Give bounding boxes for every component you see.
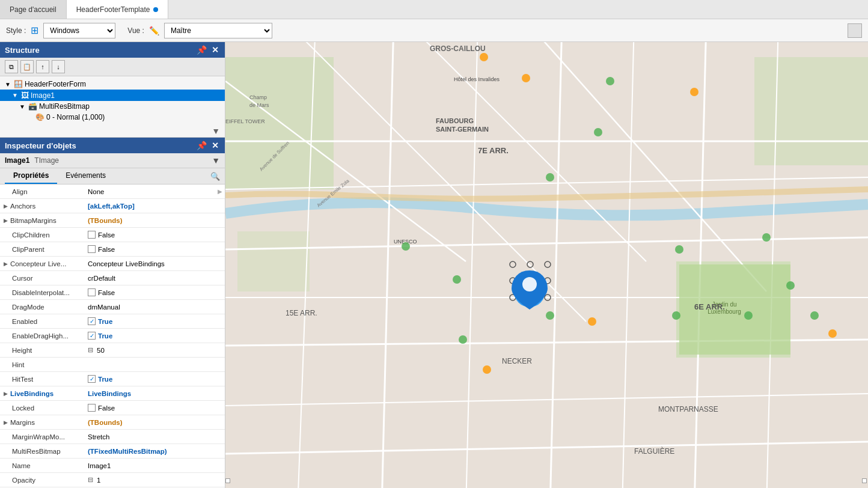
prop-value-clipparent: False [84,243,225,255]
svg-point-49 [453,275,461,284]
prop-row-enabledraghigh[interactable]: EnableDragHigh... True [0,329,225,343]
prop-row-margins[interactable]: ▶ Margins (TBounds) [0,415,225,430]
corner-marker-bottom-left[interactable] [225,478,230,483]
svg-text:FALGUIÈRE: FALGUIÈRE [634,447,674,456]
prop-name-clipparent: ClipParent [0,244,84,255]
inspector-search: 🔍 [210,172,220,181]
prop-row-multiresbitmap[interactable]: MultiResBitmap (TFixedMultiResBitmap) [0,444,225,459]
prop-name-disableinterpolat: DisableInterpolat... [0,287,84,298]
prop-row-marginwrapmode[interactable]: MarginWrapMo... Stretch [0,430,225,444]
prop-row-concepteur[interactable]: ▶ Concepteur Live... Concepteur LiveBind… [0,257,225,271]
prop-value-enabled: True [84,316,225,327]
tree-item-form[interactable]: ▼ 🪟 HeaderFooterForm [0,79,225,90]
inspector-close-icon[interactable]: ✕ [210,141,220,150]
tree-item-image1[interactable]: ▼ 🖼 Image1 [0,90,225,101]
prop-row-name[interactable]: Name Image1 [0,459,225,473]
tree-label-form: HeaderFooterForm [25,80,86,88]
structure-tree: ▼ 🪟 HeaderFooterForm ▼ 🖼 Image1 ▼ 🗃️ Mul… [0,76,225,125]
clipchildren-checkbox[interactable] [88,231,96,239]
prop-value-align: None [84,186,218,197]
prop-name-margins: ▶ Margins [0,417,84,428]
enabledraghigh-checkbox[interactable] [88,332,96,340]
svg-point-51 [483,365,491,374]
svg-text:6E ARR.: 6E ARR. [694,302,725,311]
prop-name-name: Name [0,460,84,471]
svg-point-59 [810,311,819,320]
style-select[interactable]: Windows [43,23,115,38]
tree-arrow-image1: ▼ [12,92,19,99]
prop-value-anchors: [akLeft,akTop] [84,201,225,212]
tab-page-accueil[interactable]: Page d'accueil [0,0,67,19]
prop-row-disableinterpolat[interactable]: DisableInterpolat... False [0,285,225,300]
svg-point-56 [762,233,771,242]
inspector-header-actions: 📌 ✕ [195,141,220,150]
scroll-arrow: ▶ [218,188,225,195]
svg-text:15E ARR.: 15E ARR. [286,309,317,317]
tree-label-normal: 0 - Normal (1,000) [46,113,105,121]
prop-row-bitmapmargins[interactable]: ▶ BitmapMargins (TBounds) [0,213,225,228]
prop-row-align[interactable]: Align None ▶ [0,185,225,199]
locked-checkbox[interactable] [88,404,96,412]
pin-icon[interactable]: 📌 [195,45,208,55]
tree-arrow-multires: ▼ [19,103,26,110]
prop-row-enabled[interactable]: Enabled True [0,314,225,329]
vue-icon: ✏️ [149,26,159,35]
prop-row-cursor[interactable]: Cursor crDefault [0,271,225,285]
color-swatch [848,23,862,38]
prop-value-locked: False [84,402,225,413]
svg-point-58 [744,311,753,320]
margins-expand-arrow[interactable]: ▶ [4,419,8,425]
properties-table: Align None ▶ ▶ Anchors [akLeft,akTop] ▶ [0,185,225,488]
corner-marker-bottom-right[interactable] [862,478,867,483]
prop-row-height[interactable]: Height ⊟ 50 [0,343,225,358]
svg-text:SAINT-GERMAIN: SAINT-GERMAIN [436,126,489,133]
prop-row-clipparent[interactable]: ClipParent False [0,242,225,257]
copy-struct-btn[interactable]: ⧉ [5,60,18,73]
disableinterpolat-checkbox[interactable] [88,288,96,296]
prop-row-opacity[interactable]: Opacity ⊟ 1 [0,473,225,487]
prop-row-hittest[interactable]: HitTest True [0,372,225,386]
clipparent-checkbox[interactable] [88,245,96,253]
tree-arrow-form: ▼ [5,81,12,88]
svg-text:de Mars: de Mars [249,102,269,108]
structure-header-actions: 📌 ✕ [195,45,220,55]
prop-row-livebindings[interactable]: ▶ LiveBindings LiveBindings [0,386,225,401]
prop-name-hint: Hint [0,359,84,370]
svg-text:MONTPARNASSE: MONTPARNASSE [658,405,718,413]
style-bar: Style : ⊞ Windows Vue : ✏️ Maître [0,19,868,42]
paste-struct-btn[interactable]: 📋 [20,60,34,73]
enabled-checkbox[interactable] [88,317,96,325]
inspector-title: Inspecteur d'objets [5,141,76,150]
prop-row-clipchildren[interactable]: ClipChildren False [0,228,225,242]
up-struct-btn[interactable]: ↑ [36,60,49,73]
livebindings-expand-arrow[interactable]: ▶ [4,391,8,397]
prop-value-enabledraghigh: True [84,330,225,341]
tab-proprietes[interactable]: Propriétés [5,168,57,184]
close-structure-icon[interactable]: ✕ [210,45,220,55]
prop-row-locked[interactable]: Locked False [0,401,225,415]
prop-row-dragmode[interactable]: DragMode dmManual [0,300,225,314]
svg-point-70 [522,277,537,291]
concepteur-expand-arrow[interactable]: ▶ [4,261,8,267]
down-struct-btn[interactable]: ↓ [52,60,65,73]
svg-point-50 [459,335,467,344]
component-dropdown-btn[interactable]: ▼ [212,156,220,165]
vue-select[interactable]: Maître [164,23,272,38]
tab-header-footer[interactable]: HeaderFooterTemplate [67,0,169,19]
hittest-checkbox[interactable] [88,375,96,383]
tree-item-multiresbitmap[interactable]: ▼ 🗃️ MultiResBitmap [0,101,225,112]
tree-scroll-down[interactable]: ▼ [0,125,225,137]
anchors-expand-arrow[interactable]: ▶ [4,203,8,209]
svg-point-47 [546,173,554,181]
opacity-icon: ⊟ [88,476,93,484]
vue-label: Vue : [127,26,144,35]
prop-value-livebindings: LiveBindings [84,388,225,399]
prop-value-margins: (TBounds) [84,417,225,428]
inspector-pin-icon[interactable]: 📌 [195,141,208,150]
prop-row-anchors[interactable]: ▶ Anchors [akLeft,akTop] [0,199,225,213]
prop-row-hint[interactable]: Hint [0,358,225,372]
svg-point-43 [522,74,530,82]
bitmapmargins-expand-arrow[interactable]: ▶ [4,218,8,224]
tree-item-normal[interactable]: 🎨 0 - Normal (1,000) [0,112,225,123]
tab-evenements[interactable]: Evénements [57,168,114,184]
